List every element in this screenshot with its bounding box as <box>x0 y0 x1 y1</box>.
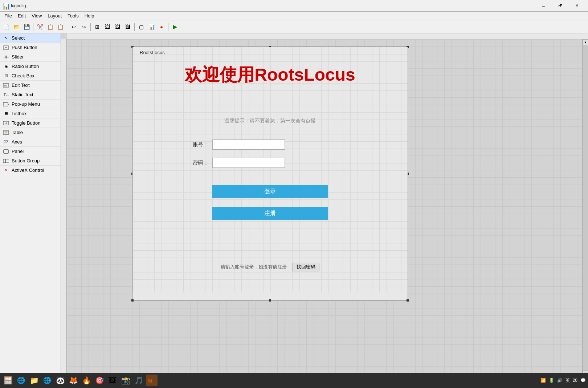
menu-file[interactable]: File <box>1 12 15 19</box>
toolbar-rect[interactable]: ▢ <box>136 22 146 32</box>
sidebar-item-static-text[interactable]: Tab Static Text <box>0 90 61 100</box>
toolbar-img2[interactable]: 🖼 <box>113 22 122 32</box>
toolbar-sep-2 <box>67 23 67 31</box>
scroll-up-button[interactable]: ▲ <box>583 39 588 45</box>
taskbar-matlab[interactable]: M <box>146 375 158 386</box>
menu-tools[interactable]: Tools <box>65 12 81 19</box>
sidebar-item-panel[interactable]: Panel <box>0 147 61 156</box>
toolbar: 📄 📂 💾 ✂️ 📋 📋 ↩ ↪ ⊞ 🖼 🖼 🖼 ▢ 📊 ● ▶ <box>0 20 588 33</box>
sidebar-item-listbox[interactable]: ☰ Listbox <box>0 109 61 118</box>
static-text-icon: Tab <box>3 92 9 97</box>
toolbar-img3[interactable]: 🖼 <box>123 22 132 32</box>
svg-rect-18 <box>4 150 8 153</box>
sidebar-item-slider-label: Slider <box>12 54 24 60</box>
toggle-button-icon <box>3 121 9 126</box>
close-button[interactable]: ✕ <box>568 0 585 12</box>
toolbar-align[interactable]: ⊞ <box>93 22 102 32</box>
toolbar-paste[interactable]: 📋 <box>56 22 65 32</box>
password-field-row: 密码： <box>191 158 285 168</box>
push-button-icon <box>3 45 9 50</box>
ruler-top <box>67 33 588 39</box>
sidebar-item-button-group[interactable]: Button Group <box>0 156 61 166</box>
app-icon: 📊 <box>3 3 9 9</box>
toolbar-save[interactable]: 💾 <box>22 22 31 32</box>
taskbar-app4[interactable]: 🎯 <box>94 375 105 386</box>
toolbar-run[interactable]: ▶ <box>170 22 180 32</box>
sidebar-item-edit-text-label: Edit Text <box>12 82 30 88</box>
menu-layout[interactable]: Layout <box>45 12 65 19</box>
toolbar-open[interactable]: 📂 <box>12 22 21 32</box>
radio-button-icon: ◉ <box>3 64 9 69</box>
taskbar-chrome[interactable]: 🌐 <box>41 375 53 386</box>
svg-rect-19 <box>3 159 5 163</box>
taskbar-ie[interactable]: 🌐 <box>15 375 27 386</box>
minimize-button[interactable]: 🗕 <box>535 0 552 12</box>
taskbar-battery-icon: 🔋 <box>549 378 554 383</box>
sidebar-item-table[interactable]: Table <box>0 128 61 137</box>
taskbar-music[interactable]: 🎵 <box>133 375 144 386</box>
svg-rect-13 <box>3 130 9 134</box>
taskbar-start[interactable]: 🪟 <box>2 375 14 386</box>
taskbar-explorer[interactable]: 📁 <box>28 375 40 386</box>
account-input[interactable] <box>212 140 285 150</box>
handle-bc[interactable] <box>269 299 271 302</box>
menu-help[interactable]: Help <box>82 12 97 19</box>
canvas-area: RootsLocus 欢迎使用RootsLocus 温馨提示：请不要着急，第一次… <box>61 33 588 376</box>
toolbar-redo[interactable]: ↪ <box>79 22 89 32</box>
toolbar-color[interactable]: ● <box>157 22 166 32</box>
sidebar-item-slider[interactable]: Slider <box>0 52 61 62</box>
taskbar-app5[interactable]: 🖼 <box>107 375 118 386</box>
toolbar-chart[interactable]: 📊 <box>147 22 156 32</box>
handle-br[interactable] <box>407 299 409 302</box>
table-icon <box>3 130 9 135</box>
canvas-content[interactable]: RootsLocus 欢迎使用RootsLocus 温馨提示：请不要着急，第一次… <box>67 39 588 376</box>
maximize-button[interactable]: 🗗 <box>552 0 568 12</box>
sidebar-item-radio-button-label: Radio Button <box>12 64 39 69</box>
toolbar-sep-4 <box>134 23 135 31</box>
taskbar-photoshop[interactable]: 📸 <box>120 375 131 386</box>
sidebar-item-axes-label: Axes <box>12 139 22 145</box>
sidebar-item-activex-control[interactable]: ✕ ActiveX Control <box>0 166 61 175</box>
taskbar-app1[interactable]: 🐼 <box>54 375 66 386</box>
taskbar-app3[interactable]: 🔥 <box>81 375 92 386</box>
svg-rect-20 <box>6 159 9 163</box>
recover-password-button[interactable]: 找回密码 <box>293 263 319 271</box>
account-label: 账号： <box>191 141 209 148</box>
toolbar-sep-1 <box>33 23 33 31</box>
form-title-label: RootsLocus <box>140 50 165 55</box>
sidebar-item-popup-menu[interactable]: Pop-up Menu <box>0 100 61 109</box>
menu-view[interactable]: View <box>29 12 45 19</box>
popup-menu-icon <box>3 102 9 107</box>
sidebar-item-popup-menu-label: Pop-up Menu <box>12 101 40 107</box>
sidebar-item-edit-text[interactable]: ab Edit Text <box>0 81 61 90</box>
sidebar-item-axes[interactable]: Axes <box>0 137 61 147</box>
check-box-icon: ☑ <box>3 73 9 78</box>
menu-edit[interactable]: Edit <box>15 12 29 19</box>
login-button[interactable]: 登录 <box>212 185 328 198</box>
form-hint-text: 温馨提示：请不要着急，第一次会有点慢 <box>132 118 408 124</box>
sidebar-item-select[interactable]: ↖ Select <box>0 33 61 43</box>
taskbar-notification-icon: 💬 <box>580 378 586 383</box>
taskbar-app2[interactable]: 🦊 <box>68 375 79 386</box>
window-title: login.fig <box>11 3 535 8</box>
taskbar-network-icon: 📶 <box>540 378 546 383</box>
register-button[interactable]: 注册 <box>212 207 328 220</box>
handle-bl[interactable] <box>131 299 134 302</box>
edit-text-icon: ab <box>3 83 9 88</box>
sidebar-item-check-box[interactable]: ☑ Check Box <box>0 71 61 81</box>
toolbar-cut[interactable]: ✂️ <box>35 22 45 32</box>
svg-text:M: M <box>148 378 152 384</box>
toolbar-img1[interactable]: 🖼 <box>103 22 112 32</box>
sidebar-item-panel-label: Panel <box>12 149 24 154</box>
sidebar-item-check-box-label: Check Box <box>12 73 34 78</box>
taskbar: 🪟 🌐 📁 🌐 🐼 🦊 🔥 🎯 🖼 📸 🎵 M 📶 🔋 🔊 英 20 💬 <box>0 373 588 388</box>
sidebar-item-push-button[interactable]: Push Button <box>0 43 61 52</box>
form-window[interactable]: RootsLocus 欢迎使用RootsLocus 温馨提示：请不要着急，第一次… <box>132 47 408 301</box>
right-scrollbar[interactable]: ▲ ▼ <box>582 39 588 376</box>
toolbar-undo[interactable]: ↩ <box>69 22 78 32</box>
toolbar-copy[interactable]: 📋 <box>45 22 55 32</box>
sidebar-item-toggle-button[interactable]: Toggle Button <box>0 118 61 128</box>
password-input[interactable] <box>212 158 285 168</box>
toolbar-new[interactable]: 📄 <box>1 22 11 32</box>
sidebar-item-radio-button[interactable]: ◉ Radio Button <box>0 62 61 71</box>
